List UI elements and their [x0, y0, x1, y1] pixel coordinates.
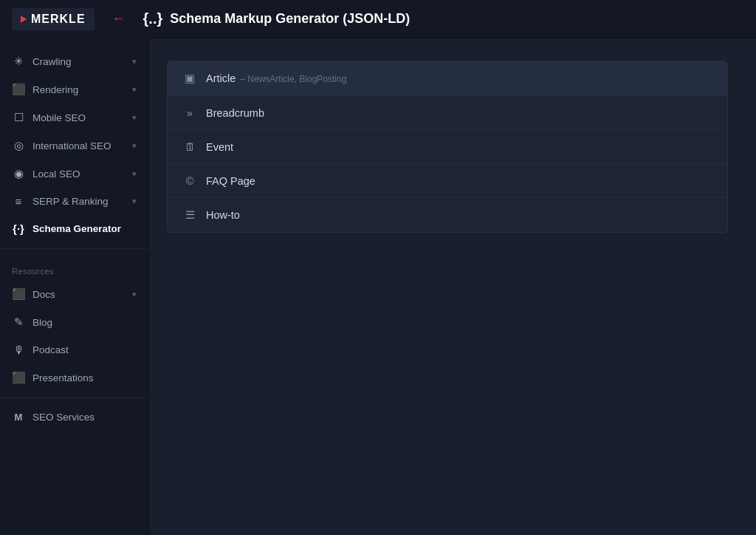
- sidebar-item-international-seo[interactable]: ◎ International SEO ▾: [0, 132, 148, 160]
- sidebar-label-serp-ranking: SERP & Ranking: [32, 196, 125, 207]
- chevron-icon: ▾: [132, 57, 137, 67]
- chevron-icon: ▾: [132, 169, 137, 179]
- sidebar-item-rendering[interactable]: ⬛ Rendering ▾: [0, 75, 148, 103]
- sidebar-services: M SEO Services: [0, 404, 148, 430]
- sidebar-item-seo-services[interactable]: M SEO Services: [0, 404, 148, 430]
- sidebar-label-presentations: Presentations: [32, 372, 137, 384]
- sidebar-label-crawling: Crawling: [32, 56, 125, 67]
- article-schema-name: Article– NewsArticle, BlogPosting: [206, 72, 346, 84]
- breadcrumb-schema-name: Breadcrumb: [206, 107, 269, 119]
- header: MERKLE ← {..} Schema Markup Generator (J…: [0, 0, 756, 38]
- sidebar-resources: ⬛ Docs ▾ ✎ Blog 🎙 Podcast ⬛ Presentation…: [0, 280, 148, 392]
- sidebar-item-local-seo[interactable]: ◉ Local SEO ▾: [0, 160, 148, 188]
- chevron-icon: ▾: [132, 290, 137, 299]
- schema-item-article[interactable]: ▣ Article– NewsArticle, BlogPosting: [168, 61, 727, 96]
- schema-item-event[interactable]: 🗓 Event: [168, 130, 727, 164]
- sidebar-tools: ✳ Crawling ▾ ⬛ Rendering ▾ ☐ Mobile SEO …: [0, 47, 148, 242]
- sidebar-label-mobile-seo: Mobile SEO: [32, 112, 125, 123]
- sidebar-item-crawling[interactable]: ✳ Crawling ▾: [0, 47, 148, 75]
- main-layout: ✳ Crawling ▾ ⬛ Rendering ▾ ☐ Mobile SEO …: [0, 38, 756, 535]
- logo-text: MERKLE: [31, 13, 86, 26]
- logo: MERKLE: [12, 8, 94, 30]
- breadcrumb-schema-icon: »: [182, 106, 197, 119]
- article-schema-icon: ▣: [182, 72, 197, 85]
- sidebar-item-mobile-seo[interactable]: ☐ Mobile SEO ▾: [0, 103, 148, 132]
- faq-page-schema-icon: ©: [182, 174, 197, 187]
- local-seo-icon: ◉: [12, 167, 25, 180]
- schema-item-how-to[interactable]: ☰ How-to: [168, 198, 727, 232]
- schema-icon: {..}: [143, 10, 163, 27]
- seo-services-icon: M: [12, 412, 25, 423]
- event-schema-name: Event: [206, 141, 238, 153]
- sidebar-item-podcast[interactable]: 🎙 Podcast: [0, 336, 148, 364]
- rendering-icon: ⬛: [12, 83, 25, 96]
- crawling-icon: ✳: [12, 55, 25, 68]
- sidebar-label-seo-services: SEO Services: [32, 412, 137, 423]
- chevron-icon: ▾: [132, 113, 137, 123]
- schema-item-faq-page[interactable]: © FAQ Page: [168, 164, 727, 198]
- podcast-icon: 🎙: [12, 344, 25, 356]
- header-title-text: Schema Markup Generator (JSON-LD): [170, 11, 410, 27]
- schema-generator-icon: {·}: [12, 222, 25, 235]
- article-schema-sub: – NewsArticle, BlogPosting: [240, 74, 346, 84]
- sidebar-label-schema-generator: Schema Generator: [32, 223, 137, 234]
- how-to-schema-name: How-to: [206, 209, 244, 221]
- back-button[interactable]: ←: [106, 8, 131, 30]
- chevron-icon: ▾: [132, 85, 137, 95]
- event-schema-icon: 🗓: [182, 140, 197, 153]
- content-area: ▣ Article– NewsArticle, BlogPosting » Br…: [149, 38, 756, 535]
- sidebar-item-presentations[interactable]: ⬛ Presentations: [0, 364, 148, 392]
- logo-triangle-icon: [21, 16, 27, 23]
- sidebar: ✳ Crawling ▾ ⬛ Rendering ▾ ☐ Mobile SEO …: [0, 38, 149, 535]
- faq-page-schema-name: FAQ Page: [206, 175, 260, 187]
- international-seo-icon: ◎: [12, 139, 25, 152]
- serp-ranking-icon: ≡: [12, 195, 25, 208]
- chevron-icon: ▾: [132, 141, 137, 151]
- page-title: {..} Schema Markup Generator (JSON-LD): [143, 10, 410, 27]
- sidebar-divider-2: [0, 398, 148, 398]
- presentations-icon: ⬛: [12, 371, 25, 384]
- schema-item-breadcrumb[interactable]: » Breadcrumb: [168, 96, 727, 130]
- sidebar-label-rendering: Rendering: [32, 84, 125, 95]
- sidebar-label-blog: Blog: [32, 317, 137, 328]
- sidebar-label-docs: Docs: [32, 289, 125, 300]
- sidebar-item-blog[interactable]: ✎ Blog: [0, 308, 148, 336]
- sidebar-resources-label: Resources: [0, 255, 148, 280]
- sidebar-label-local-seo: Local SEO: [32, 168, 125, 180]
- chevron-icon: ▾: [132, 197, 137, 206]
- sidebar-label-international-seo: International SEO: [32, 140, 125, 151]
- mobile-seo-icon: ☐: [12, 111, 25, 124]
- how-to-schema-icon: ☰: [182, 208, 197, 222]
- blog-icon: ✎: [12, 316, 25, 329]
- sidebar-item-schema-generator[interactable]: {·} Schema Generator: [0, 215, 148, 242]
- schema-list: ▣ Article– NewsArticle, BlogPosting » Br…: [167, 61, 728, 233]
- docs-icon: ⬛: [12, 287, 25, 301]
- sidebar-divider: [0, 248, 148, 249]
- sidebar-item-serp-ranking[interactable]: ≡ SERP & Ranking ▾: [0, 188, 148, 215]
- sidebar-item-docs[interactable]: ⬛ Docs ▾: [0, 280, 148, 308]
- sidebar-label-podcast: Podcast: [32, 344, 137, 355]
